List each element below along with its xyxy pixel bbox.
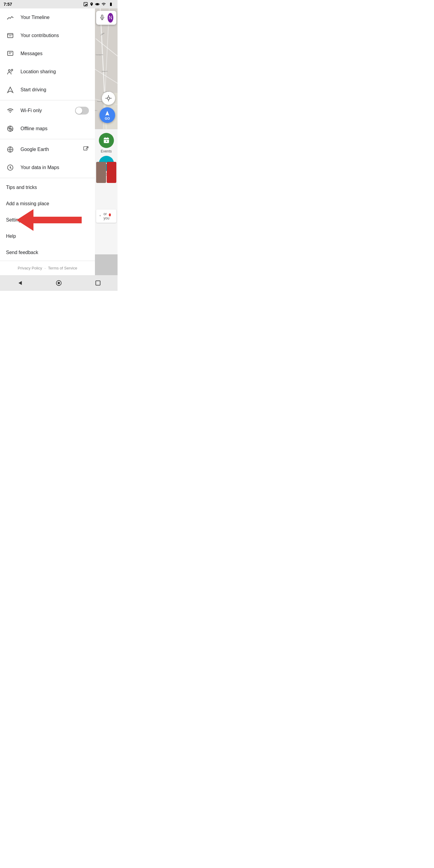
main-container: Your Timeline Your contributions (0, 8, 118, 275)
battery-icon (108, 2, 114, 6)
map-search-bar[interactable]: N (96, 11, 116, 25)
toggle-knob (76, 107, 82, 114)
sidebar-label-google-earth: Google Earth (21, 147, 77, 152)
sidebar-item-location-sharing[interactable]: Location sharing (0, 63, 95, 81)
status-bar: 7:57 (0, 0, 118, 8)
location-sharing-icon (6, 67, 14, 76)
svg-marker-51 (19, 281, 22, 285)
user-avatar[interactable]: N (107, 13, 113, 23)
sidebar-item-start-driving[interactable]: Start driving (0, 81, 95, 99)
external-link-icon (83, 146, 89, 153)
status-icons (83, 2, 114, 7)
settings-arrow-annotation (17, 209, 82, 231)
for-you-bar[interactable]: or you (96, 210, 116, 223)
vibrate-icon (95, 2, 99, 7)
map-top: Budau Pl y Blvd Cavanagh Rd (95, 8, 118, 129)
sidebar-label-timeline: Your Timeline (21, 15, 89, 20)
sidebar-label-wifi-only: Wi-Fi only (21, 108, 69, 113)
timeline-icon (6, 13, 14, 22)
events-circle[interactable]: ★ Events (99, 133, 114, 153)
sparkle-icon (98, 214, 102, 218)
svg-marker-12 (7, 87, 13, 93)
svg-point-53 (58, 282, 60, 284)
sidebar-label-your-data: Your data in Maps (21, 165, 89, 170)
arrow-shaft (33, 217, 82, 223)
sidebar-label-location-sharing: Location sharing (21, 69, 89, 74)
svg-point-38 (107, 97, 110, 99)
offline-maps-icon (6, 124, 14, 133)
sidebar-item-timeline[interactable]: Your Timeline (0, 8, 95, 27)
wifi-status-icon (101, 2, 106, 6)
svg-rect-54 (96, 281, 100, 285)
divider-2 (0, 139, 95, 139)
sidebar-label-offline-maps: Offline maps (21, 126, 89, 131)
sidebar-item-contributions[interactable]: Your contributions (0, 27, 95, 44)
svg-text:★: ★ (105, 140, 107, 143)
footer-dot: · (44, 266, 46, 270)
location-status-icon (90, 2, 94, 7)
arrow-head (17, 209, 33, 231)
photo-thumb-1[interactable] (96, 162, 106, 183)
svg-rect-4 (7, 33, 13, 38)
sidebar-item-tips[interactable]: Tips and tricks (0, 179, 95, 195)
image-icon (83, 2, 88, 7)
navigation-bar (0, 275, 118, 291)
divider-3 (0, 178, 95, 178)
sidebar-item-google-earth[interactable]: Google Earth (0, 141, 95, 158)
google-earth-icon (6, 145, 14, 154)
map-bottom: ★ Events More (95, 129, 118, 254)
back-button[interactable] (13, 277, 26, 289)
photo-thumb-2[interactable] (107, 162, 117, 183)
sidebar-label-contributions: Your contributions (21, 33, 89, 38)
svg-text:Paseo R: Paseo R (97, 101, 102, 102)
terms-of-service-link[interactable]: Terms of Service (48, 266, 77, 270)
sidebar-drawer: Your Timeline Your contributions (0, 8, 95, 275)
events-label: Events (101, 149, 112, 153)
recents-button[interactable] (92, 277, 104, 289)
svg-point-1 (85, 3, 85, 4)
start-driving-icon (6, 86, 14, 94)
sidebar-item-send-feedback[interactable]: Send feedback (0, 244, 95, 261)
contributions-icon (6, 31, 14, 40)
svg-text:Boh...: Boh... (95, 110, 98, 111)
svg-rect-7 (7, 51, 13, 56)
svg-point-2 (7, 19, 8, 20)
svg-point-3 (13, 17, 13, 18)
events-icon-circle: ★ (99, 133, 114, 148)
status-time: 7:57 (4, 2, 12, 7)
sidebar-item-your-data[interactable]: Your data in Maps (0, 158, 95, 177)
map-location-button[interactable] (102, 92, 115, 105)
wifi-only-toggle[interactable] (75, 107, 89, 115)
privacy-policy-link[interactable]: Privacy Policy (18, 266, 42, 270)
for-you-badge (109, 213, 111, 216)
footer-links: Privacy Policy · Terms of Service (0, 261, 95, 275)
map-mic-icon[interactable] (99, 14, 105, 22)
photo-strip (96, 162, 116, 183)
sidebar-label-start-driving: Start driving (21, 87, 89, 93)
sidebar-item-wifi-only[interactable]: Wi-Fi only (0, 101, 95, 120)
svg-rect-35 (101, 15, 103, 17)
svg-text:Cavanagh Rd: Cavanagh Rd (96, 54, 103, 56)
messages-icon (6, 50, 14, 58)
map-area: Budau Pl y Blvd Cavanagh Rd (95, 8, 118, 275)
divider-1 (0, 100, 95, 100)
sidebar-item-messages[interactable]: Messages (0, 44, 95, 63)
sidebar-label-messages: Messages (21, 51, 89, 56)
sidebar-item-offline-maps[interactable]: Offline maps (0, 120, 95, 138)
home-button[interactable] (53, 277, 65, 289)
sidebar-item-settings[interactable]: Settings (0, 212, 95, 228)
svg-text:Sullivan Dr: Sullivan Dr (102, 70, 108, 72)
data-icon (6, 163, 14, 172)
svg-point-20 (9, 167, 11, 168)
wifi-menu-icon (6, 106, 14, 115)
map-go-button[interactable]: GO (99, 107, 115, 123)
svg-point-10 (8, 70, 10, 71)
